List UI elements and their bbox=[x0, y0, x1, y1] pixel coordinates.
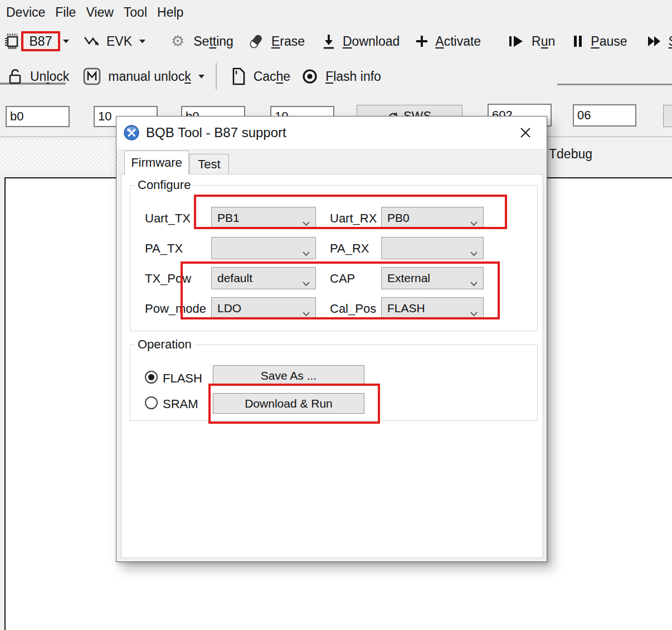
pause-button[interactable]: Pause bbox=[572, 34, 627, 49]
setting-button[interactable]: ⚙ Setting bbox=[171, 34, 233, 49]
uart-rx-combobox[interactable]: PB0 bbox=[381, 207, 484, 229]
plus-icon bbox=[415, 35, 428, 48]
run-button[interactable]: Run bbox=[508, 34, 555, 49]
toolbar-main: B87 EVK ⚙ Setting Erase bbox=[0, 25, 672, 58]
chevron-down-icon bbox=[470, 276, 478, 289]
device-caret-icon[interactable] bbox=[63, 40, 69, 43]
cal-pos-value: FLASH bbox=[387, 302, 425, 315]
manual-unlock-label: manual unlock bbox=[108, 69, 191, 84]
bqb-tools-icon bbox=[123, 124, 140, 141]
uart-tx-value: PB1 bbox=[217, 211, 240, 225]
chevron-down-icon bbox=[470, 246, 478, 259]
eye-icon bbox=[301, 68, 318, 85]
clipped-right-button[interactable] bbox=[663, 105, 672, 127]
tx-pow-value: default bbox=[217, 272, 252, 285]
eraser-icon bbox=[248, 32, 264, 50]
menu-help[interactable]: Help bbox=[152, 3, 188, 22]
radio-flash-label: FLASH bbox=[163, 371, 202, 386]
pause-label: Pause bbox=[591, 34, 627, 49]
tab-tdebug[interactable]: Tdebug bbox=[549, 147, 592, 162]
chip-icon bbox=[3, 32, 21, 50]
menu-tool[interactable]: Tool bbox=[119, 3, 152, 22]
cache-button[interactable]: Cache bbox=[231, 67, 291, 86]
tab-firmware[interactable]: Firmware bbox=[124, 151, 189, 175]
unlock-padlock-icon bbox=[7, 67, 23, 86]
firmware-tab-panel: Configure Uart_TX PB1 Uart_RX PB0 PA_TX … bbox=[121, 174, 543, 558]
pa-tx-combobox[interactable] bbox=[211, 237, 316, 259]
board-caret-icon[interactable] bbox=[139, 40, 145, 43]
radio-flash[interactable] bbox=[145, 371, 158, 384]
pa-rx-label: PA_RX bbox=[330, 241, 369, 256]
close-icon bbox=[519, 126, 532, 139]
activate-label: Activate bbox=[435, 34, 481, 49]
operation-group: Operation FLASH Save As ... SRAM Downloa… bbox=[130, 345, 538, 421]
tx-pow-label: TX_Pow bbox=[145, 272, 191, 286]
pa-rx-combobox[interactable] bbox=[381, 237, 484, 259]
close-button[interactable] bbox=[515, 123, 535, 143]
chevron-down-icon bbox=[302, 306, 310, 319]
uart-rx-value: PB0 bbox=[387, 211, 410, 225]
run-icon bbox=[508, 34, 524, 49]
tx-pow-combobox[interactable]: default bbox=[211, 267, 316, 289]
pa-tx-label: PA_TX bbox=[145, 241, 183, 256]
download-run-button[interactable]: Download & Run bbox=[213, 393, 364, 414]
board-select-button[interactable]: EVK bbox=[106, 34, 132, 49]
chevron-down-icon bbox=[302, 246, 310, 259]
cache-label: Cache bbox=[254, 69, 291, 84]
toolbar-secondary: Unlock manual unlock Cache bbox=[0, 58, 672, 95]
download-button[interactable]: Download bbox=[322, 33, 400, 50]
cal-pos-label: Cal_Pos bbox=[330, 302, 376, 316]
flash-info-label: Flash info bbox=[325, 69, 381, 84]
dialog-tabstrip: Firmware Test bbox=[121, 149, 542, 174]
menu-device[interactable]: Device bbox=[1, 3, 50, 22]
run-label: Run bbox=[532, 34, 555, 49]
dialog-titlebar[interactable]: BQB Tool - B87 support bbox=[116, 117, 547, 149]
setting-label: Setting bbox=[193, 34, 233, 49]
chevron-down-icon bbox=[302, 216, 310, 229]
radio-sram[interactable] bbox=[145, 396, 158, 409]
save-as-button[interactable]: Save As ... bbox=[213, 365, 364, 386]
chevron-down-icon bbox=[470, 306, 478, 319]
manual-unlock-button[interactable]: manual unlock bbox=[82, 67, 191, 86]
download-label: Download bbox=[343, 34, 400, 49]
download-arrow-icon bbox=[322, 33, 336, 50]
menu-view[interactable]: View bbox=[81, 3, 118, 22]
uart-rx-label: Uart_RX bbox=[330, 211, 377, 226]
gear-icon: ⚙ bbox=[171, 34, 184, 49]
menu-file[interactable]: File bbox=[50, 3, 81, 22]
app-window: { "menu": { "items": ["Device", "File", … bbox=[0, 0, 672, 630]
configure-legend: Configure bbox=[135, 178, 193, 192]
unlock-label: Unlock bbox=[30, 69, 69, 84]
radio-sram-label: SRAM bbox=[163, 397, 198, 411]
erase-button[interactable]: Erase bbox=[248, 32, 305, 50]
waveform-icon bbox=[82, 33, 103, 49]
uart-tx-combobox[interactable]: PB1 bbox=[211, 207, 316, 229]
dialog-title: BQB Tool - B87 support bbox=[146, 125, 286, 140]
address-field-1[interactable] bbox=[6, 106, 70, 127]
step-icon bbox=[646, 35, 662, 47]
pow-mode-label: Pow_mode bbox=[145, 302, 206, 316]
cache-card-icon bbox=[231, 67, 246, 86]
cal-pos-combobox[interactable]: FLASH bbox=[381, 297, 484, 319]
operation-legend: Operation bbox=[135, 337, 194, 352]
radio-selected-dot bbox=[148, 374, 154, 380]
device-select-button[interactable]: B87 bbox=[21, 31, 60, 51]
manual-unlock-caret-icon[interactable] bbox=[198, 75, 204, 79]
cap-value: External bbox=[387, 272, 430, 285]
cap-combobox[interactable]: External bbox=[381, 267, 484, 289]
m-box-icon bbox=[82, 67, 101, 86]
step-button[interactable]: Step bbox=[646, 34, 672, 49]
grip-texture bbox=[0, 140, 117, 171]
pause-icon bbox=[572, 34, 584, 49]
address-field-6[interactable] bbox=[573, 104, 636, 127]
pow-mode-combobox[interactable]: LDO bbox=[211, 297, 316, 319]
pow-mode-value: LDO bbox=[217, 302, 241, 315]
unlock-button[interactable]: Unlock bbox=[7, 67, 69, 86]
chevron-down-icon bbox=[470, 216, 478, 229]
uart-tx-label: Uart_TX bbox=[145, 211, 191, 226]
erase-label: Erase bbox=[271, 34, 305, 49]
bqb-tool-dialog: BQB Tool - B87 support Firmware Test Con… bbox=[116, 116, 547, 562]
flash-info-button[interactable]: Flash info bbox=[301, 68, 381, 85]
tab-test[interactable]: Test bbox=[189, 154, 229, 174]
activate-button[interactable]: Activate bbox=[415, 34, 481, 49]
